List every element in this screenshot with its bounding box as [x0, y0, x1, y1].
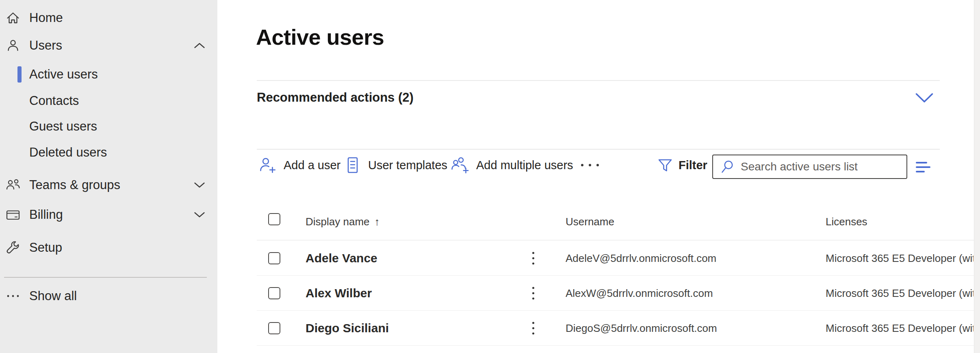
billing-icon — [4, 206, 22, 224]
page-title: Active users — [256, 24, 384, 50]
add-multiple-users-label: Add multiple users — [476, 159, 573, 172]
admin-center-page: Home Users Active users Contacts — [0, 0, 980, 353]
chevron-down-icon[interactable] — [194, 182, 205, 188]
show-all-ellipsis-icon — [4, 287, 22, 305]
user-username: AdeleV@5drrlv.onmicrosoft.com — [566, 252, 716, 264]
user-templates-label: User templates — [368, 159, 447, 172]
recommended-actions-header[interactable]: Recommended actions (2) — [257, 87, 940, 108]
user-username: AlexW@5drrlv.onmicrosoft.com — [566, 287, 713, 299]
sidebar-item-label: Contacts — [29, 94, 79, 108]
sort-ascending-icon: ↑ — [375, 216, 380, 228]
filter-label: Filter — [679, 159, 707, 172]
sidebar-item-home[interactable]: Home — [0, 5, 217, 31]
sidebar-nav: Home Users Active users Contacts — [0, 0, 217, 353]
column-header-display-name[interactable]: Display name↑ — [306, 216, 380, 228]
table-header-row: Display name↑ Username Licenses — [257, 203, 980, 240]
search-box[interactable] — [712, 155, 907, 179]
user-username: DiegoS@5drrlv.onmicrosoft.com — [566, 322, 717, 334]
user-display-name[interactable]: Alex Wilber — [306, 286, 372, 300]
sidebar-divider — [4, 277, 207, 278]
row-menu-kebab-icon[interactable] — [530, 319, 537, 337]
row-menu-kebab-icon[interactable] — [530, 284, 537, 302]
search-input[interactable] — [740, 160, 901, 174]
sidebar-item-contacts[interactable]: Contacts — [0, 88, 217, 114]
chevron-down-icon[interactable] — [194, 211, 205, 218]
chevron-down-icon[interactable] — [915, 93, 934, 104]
column-label: Display name — [306, 216, 370, 228]
row-checkbox[interactable] — [268, 287, 280, 299]
user-licenses: Microsoft 365 E5 Developer (without — [826, 287, 973, 299]
sidebar-item-users[interactable]: Users — [0, 33, 217, 59]
user-templates-button[interactable]: User templates — [344, 154, 447, 176]
sidebar-item-label: Active users — [29, 67, 98, 82]
sidebar-item-guest-users[interactable]: Guest users — [0, 113, 217, 139]
sidebar-item-show-all[interactable]: Show all — [0, 283, 217, 309]
sidebar-item-label: Teams & groups — [29, 178, 120, 192]
setup-icon — [4, 239, 22, 257]
home-icon — [4, 9, 22, 27]
sidebar-item-label: Setup — [29, 240, 62, 255]
user-display-name[interactable]: Diego Siciliani — [306, 321, 389, 335]
sidebar-item-setup[interactable]: Setup — [0, 235, 217, 261]
row-checkbox[interactable] — [268, 252, 280, 264]
sidebar-item-deleted-users[interactable]: Deleted users — [0, 139, 217, 166]
table-row[interactable]: Diego Siciliani DiegoS@5drrlv.onmicrosof… — [257, 311, 980, 346]
sidebar-item-label: Home — [29, 11, 63, 25]
chevron-up-icon[interactable] — [194, 42, 205, 49]
filter-button[interactable]: Filter — [657, 154, 707, 176]
sidebar-item-active-users[interactable]: Active users — [0, 61, 217, 87]
sidebar-item-label: Show all — [29, 289, 77, 303]
select-all-checkbox[interactable] — [268, 213, 280, 225]
people-add-icon — [450, 156, 470, 174]
ellipsis-icon — [581, 164, 599, 166]
user-display-name[interactable]: Adele Vance — [306, 251, 377, 265]
table-row[interactable]: Adele Vance AdeleV@5drrlv.onmicrosoft.co… — [257, 241, 980, 276]
sidebar-item-label: Billing — [29, 207, 63, 222]
sidebar-item-label: Guest users — [29, 119, 97, 134]
section-divider — [257, 80, 940, 81]
selected-indicator — [17, 66, 22, 83]
sidebar-item-teams-groups[interactable]: Teams & groups — [0, 172, 217, 198]
recommended-actions-label: Recommended actions (2) — [257, 90, 414, 105]
sidebar-item-label: Deleted users — [29, 145, 107, 160]
users-icon — [4, 37, 22, 54]
person-add-icon — [258, 156, 277, 174]
add-user-button[interactable]: Add a user — [258, 154, 340, 176]
sort-lines-icon[interactable] — [916, 162, 930, 172]
row-menu-kebab-icon[interactable] — [530, 249, 537, 267]
sidebar-item-billing[interactable]: Billing — [0, 202, 217, 228]
user-licenses: Microsoft 365 E5 Developer (without — [826, 252, 973, 264]
teams-groups-icon — [4, 176, 22, 194]
template-list-icon — [344, 156, 362, 174]
user-licenses: Microsoft 365 E5 Developer (without — [826, 322, 973, 334]
more-actions-button[interactable] — [581, 154, 599, 176]
filter-funnel-icon — [657, 157, 674, 174]
search-icon — [720, 159, 735, 174]
section-divider — [257, 149, 940, 150]
column-header-username[interactable]: Username — [566, 216, 614, 228]
add-user-label: Add a user — [284, 159, 340, 172]
row-checkbox[interactable] — [268, 322, 280, 334]
add-multiple-users-button[interactable]: Add multiple users — [450, 154, 573, 176]
column-header-licenses[interactable]: Licenses — [826, 216, 867, 228]
table-row[interactable]: Alex Wilber AlexW@5drrlv.onmicrosoft.com… — [257, 276, 980, 311]
vertical-scrollbar[interactable] — [974, 0, 980, 353]
sidebar-item-label: Users — [29, 38, 62, 53]
